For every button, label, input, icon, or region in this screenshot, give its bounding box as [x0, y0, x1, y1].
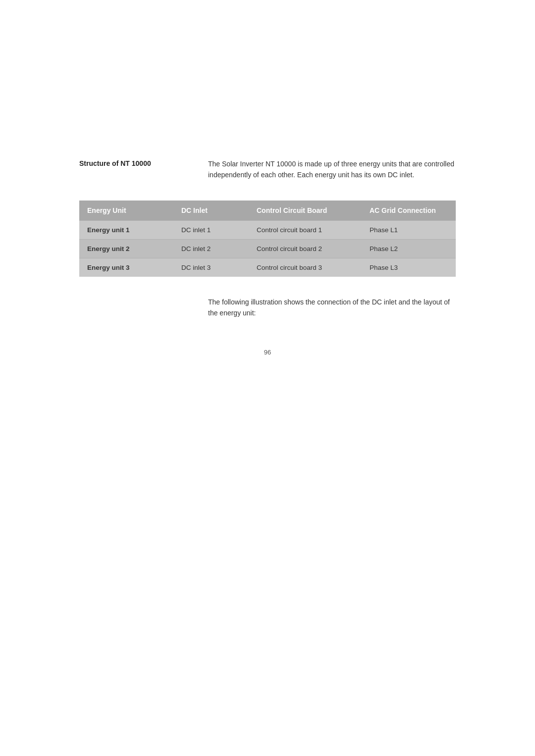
cell-circuit-board: Control circuit board 1	[249, 220, 362, 239]
cell-circuit-board: Control circuit board 3	[249, 258, 362, 277]
content-area: Structure of NT 10000 The Solar Inverter…	[30, 0, 505, 396]
following-section-row: The following illustration shows the con…	[79, 297, 456, 319]
cell-dc-inlet: DC inlet 1	[173, 220, 249, 239]
table-row: Energy unit 2DC inlet 2Control circuit b…	[79, 239, 456, 258]
cell-energy-unit: Energy unit 1	[79, 220, 173, 239]
section-row: Structure of NT 10000 The Solar Inverter…	[79, 158, 456, 181]
following-text: The following illustration shows the con…	[208, 297, 456, 319]
cell-ac-grid: Phase L3	[362, 258, 456, 277]
col-header-dc-inlet: DC Inlet	[173, 201, 249, 221]
page-number: 96	[79, 349, 456, 356]
cell-dc-inlet: DC inlet 2	[173, 239, 249, 258]
cell-dc-inlet: DC inlet 3	[173, 258, 249, 277]
section-label: Structure of NT 10000	[79, 158, 188, 181]
table-section: Energy Unit DC Inlet Control Circuit Boa…	[79, 201, 456, 277]
col-header-energy-unit: Energy Unit	[79, 201, 173, 221]
following-label-spacer	[79, 297, 188, 319]
table-header-row: Energy Unit DC Inlet Control Circuit Boa…	[79, 201, 456, 221]
cell-energy-unit: Energy unit 2	[79, 239, 173, 258]
col-header-ac-grid: AC Grid Connection	[362, 201, 456, 221]
cell-energy-unit: Energy unit 3	[79, 258, 173, 277]
cell-ac-grid: Phase L1	[362, 220, 456, 239]
section-description: The Solar Inverter NT 10000 is made up o…	[208, 158, 456, 181]
cell-circuit-board: Control circuit board 2	[249, 239, 362, 258]
col-header-circuit-board: Control Circuit Board	[249, 201, 362, 221]
energy-unit-table: Energy Unit DC Inlet Control Circuit Boa…	[79, 201, 456, 277]
table-row: Energy unit 1DC inlet 1Control circuit b…	[79, 220, 456, 239]
page-container: Structure of NT 10000 The Solar Inverter…	[0, 0, 535, 756]
table-row: Energy unit 3DC inlet 3Control circuit b…	[79, 258, 456, 277]
cell-ac-grid: Phase L2	[362, 239, 456, 258]
